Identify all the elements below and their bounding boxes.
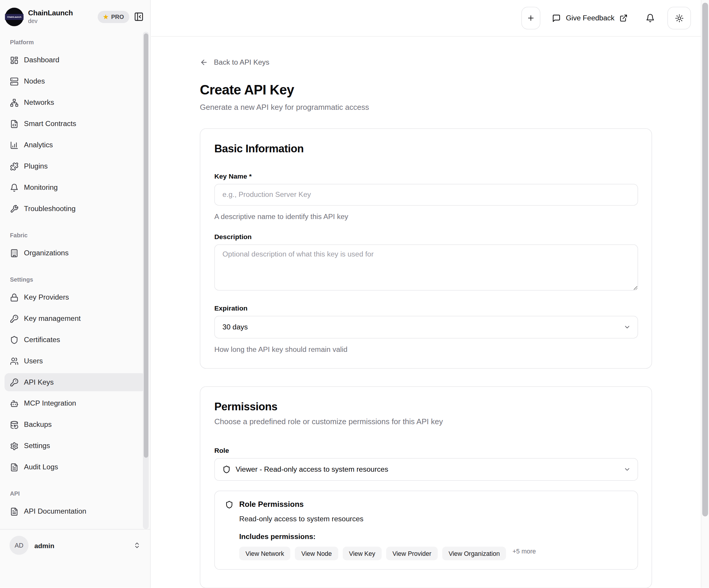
sidebar-item-label: Plugins (24, 162, 48, 170)
shield-icon (222, 466, 231, 474)
sidebar-item-smart-contracts[interactable]: Smart Contracts (4, 115, 146, 133)
sidebar-item-audit-logs[interactable]: Audit Logs (4, 458, 146, 476)
sidebar-item-certificates[interactable]: Certificates (4, 331, 146, 348)
brand-name: ChainLaunch (28, 9, 73, 18)
bell-icon (646, 13, 655, 23)
sidebar-item-plugins[interactable]: Plugins (4, 157, 146, 175)
permissions-card: Permissions Choose a predefined role or … (200, 386, 652, 588)
permission-chip: View Key (343, 547, 382, 560)
permissions-heading: Permissions (214, 400, 638, 413)
sidebar-item-settings[interactable]: Settings (4, 437, 146, 455)
role-value: Viewer - Read-only access to system reso… (235, 466, 388, 474)
file-code-icon (10, 119, 19, 128)
sidebar-item-monitoring[interactable]: Monitoring (4, 178, 146, 197)
sidebar-item-label: Troubleshooting (24, 204, 76, 213)
description-label: Description (214, 233, 638, 240)
page-title: Create API Key (200, 82, 652, 98)
description-group: Description (214, 233, 638, 292)
sidebar-item-key-providers[interactable]: Key Providers (4, 288, 146, 306)
role-permissions-title: Role Permissions (239, 500, 304, 509)
network-icon (10, 98, 19, 107)
role-select[interactable]: Viewer - Read-only access to system reso… (214, 458, 638, 481)
permission-chip: View Network (239, 547, 290, 560)
bar-chart-icon (10, 141, 19, 149)
sidebar-item-organizations[interactable]: Organizations (4, 244, 146, 262)
section-label-fabric: Fabric (4, 232, 146, 239)
key-name-input[interactable] (214, 184, 638, 205)
puzzle-icon (10, 162, 19, 171)
database-backup-icon (10, 420, 19, 429)
sidebar-item-label: Smart Contracts (24, 120, 76, 128)
expiration-group: Expiration 30 days How long the API key … (214, 304, 638, 354)
more-permissions-label: +5 more (513, 548, 536, 555)
chevrons-up-down-icon (134, 542, 140, 549)
sidebar-item-label: Organizations (24, 249, 69, 257)
key-icon (10, 314, 19, 323)
section-label-settings: Settings (4, 276, 146, 283)
permissions-subheading: Choose a predefined role or customize pe… (214, 417, 638, 426)
sidebar-item-users[interactable]: Users (4, 352, 146, 370)
back-link-label: Back to API Keys (214, 58, 269, 66)
add-button[interactable] (521, 7, 540, 30)
key-name-help: A descriptive name to identify this API … (214, 213, 638, 221)
shield-icon (225, 501, 233, 509)
sidebar-item-dashboard[interactable]: Dashboard (4, 51, 146, 69)
building-icon (10, 249, 19, 257)
sidebar-scrollbar[interactable] (143, 32, 149, 529)
sidebar-item-key-management[interactable]: Key management (4, 309, 146, 327)
sidebar-item-analytics[interactable]: Analytics (4, 136, 146, 154)
wrench-icon (10, 204, 19, 213)
sidebar-item-label: Analytics (24, 141, 53, 149)
shield-icon (10, 335, 19, 344)
give-feedback-label: Give Feedback (566, 14, 614, 22)
sidebar-item-api-keys[interactable]: API Keys (4, 373, 146, 391)
includes-permissions-label: Includes permissions: (239, 533, 627, 541)
plus-icon (527, 14, 535, 22)
dashboard-icon (10, 56, 19, 64)
permission-chip: View Node (295, 547, 338, 560)
permission-chip: View Provider (386, 547, 438, 560)
page-scrollbar-thumb[interactable] (702, 3, 708, 516)
theme-toggle-button[interactable] (667, 7, 691, 30)
sidebar-item-label: Nodes (24, 77, 45, 86)
chevron-down-icon (624, 324, 631, 331)
sidebar: ChainLaunch ChainLaunch dev ★ PRO Platfo… (0, 0, 151, 588)
sidebar-item-backups[interactable]: Backups (4, 416, 146, 433)
expiration-help: How long the API key should remain valid (214, 346, 638, 354)
user-name: admin (34, 541, 54, 549)
sidebar-item-mcp-integration[interactable]: MCP Integration (4, 394, 146, 412)
user-menu-button[interactable]: AD admin (9, 536, 140, 555)
main-area: Give Feedback Back to API Keys Create AP… (151, 0, 701, 588)
sidebar-item-label: Certificates (24, 336, 60, 344)
brand-env: dev (28, 18, 73, 25)
permission-chips: View Network View Node View Key View Pro… (239, 547, 627, 560)
back-to-api-keys-link[interactable]: Back to API Keys (200, 58, 269, 66)
sidebar-nav: Platform Dashboard Nodes Networks Smart … (0, 39, 150, 521)
role-permissions-box: Role Permissions Read-only access to sys… (214, 491, 638, 570)
sidebar-scrollbar-thumb[interactable] (143, 33, 148, 457)
gear-icon (10, 442, 19, 450)
description-textarea[interactable] (214, 244, 638, 290)
sidebar-item-nodes[interactable]: Nodes (4, 72, 146, 90)
sidebar-item-api-documentation[interactable]: API Documentation (4, 502, 146, 521)
key-name-group: Key Name * A descriptive name to identif… (214, 172, 638, 221)
expiration-label: Expiration (214, 304, 638, 312)
role-permissions-description: Read-only access to system resources (239, 515, 627, 523)
top-bar: Give Feedback (151, 0, 701, 36)
sidebar-item-networks[interactable]: Networks (4, 93, 146, 112)
sidebar-item-label: API Documentation (24, 507, 86, 516)
key-icon (10, 378, 19, 386)
notifications-button[interactable] (643, 13, 658, 23)
expiration-select[interactable]: 30 days (214, 316, 638, 339)
page-scrollbar[interactable] (701, 0, 709, 588)
users-icon (10, 357, 19, 365)
give-feedback-button[interactable]: Give Feedback (547, 7, 633, 30)
file-text-icon (10, 463, 19, 471)
role-label: Role (214, 446, 638, 454)
sidebar-item-troubleshooting[interactable]: Troubleshooting (4, 200, 146, 218)
pro-badge: ★ PRO (98, 11, 129, 23)
permission-chip: View Organization (442, 547, 506, 560)
bot-icon (10, 399, 19, 408)
sidebar-collapse-button[interactable] (134, 12, 144, 22)
server-icon (10, 77, 19, 86)
